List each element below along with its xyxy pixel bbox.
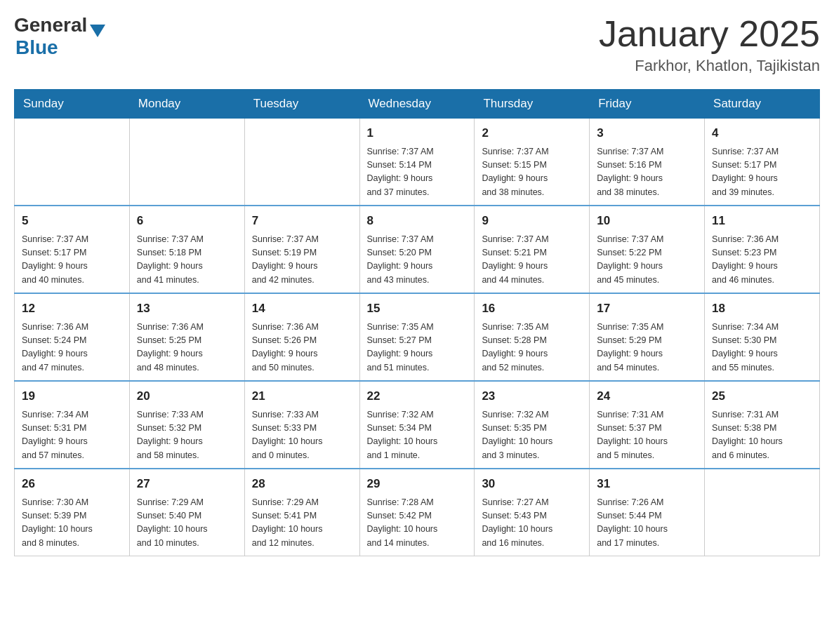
day-number: 5	[22, 212, 122, 230]
day-info: Sunrise: 7:34 AMSunset: 5:30 PMDaylight:…	[712, 321, 812, 375]
calendar-cell: 29Sunrise: 7:28 AMSunset: 5:42 PMDayligh…	[359, 469, 475, 556]
day-info: Sunrise: 7:36 AMSunset: 5:26 PMDaylight:…	[252, 321, 352, 375]
calendar-cell	[244, 119, 359, 206]
day-number: 2	[482, 124, 582, 142]
day-info: Sunrise: 7:35 AMSunset: 5:29 PMDaylight:…	[597, 321, 697, 375]
logo: General Blue	[14, 14, 105, 59]
day-info: Sunrise: 7:32 AMSunset: 5:35 PMDaylight:…	[482, 408, 582, 463]
calendar-cell: 30Sunrise: 7:27 AMSunset: 5:43 PMDayligh…	[475, 469, 590, 556]
calendar-week-3: 12Sunrise: 7:36 AMSunset: 5:24 PMDayligh…	[15, 293, 820, 381]
day-info: Sunrise: 7:31 AMSunset: 5:37 PMDaylight:…	[597, 408, 697, 463]
day-info: Sunrise: 7:27 AMSunset: 5:43 PMDaylight:…	[482, 496, 582, 551]
calendar-title: January 2025	[599, 14, 820, 54]
day-number: 7	[252, 212, 352, 230]
day-number: 30	[482, 475, 582, 493]
calendar-cell: 23Sunrise: 7:32 AMSunset: 5:35 PMDayligh…	[475, 381, 590, 469]
calendar-cell: 17Sunrise: 7:35 AMSunset: 5:29 PMDayligh…	[590, 293, 705, 381]
day-info: Sunrise: 7:33 AMSunset: 5:33 PMDaylight:…	[252, 408, 352, 463]
day-number: 14	[252, 300, 352, 318]
day-number: 28	[252, 475, 352, 493]
col-header-monday: Monday	[129, 90, 244, 119]
day-number: 18	[712, 300, 812, 318]
calendar-week-2: 5Sunrise: 7:37 AMSunset: 5:17 PMDaylight…	[15, 206, 820, 293]
day-info: Sunrise: 7:35 AMSunset: 5:27 PMDaylight:…	[367, 321, 468, 375]
day-info: Sunrise: 7:31 AMSunset: 5:38 PMDaylight:…	[712, 408, 812, 463]
day-info: Sunrise: 7:37 AMSunset: 5:16 PMDaylight:…	[597, 145, 697, 200]
calendar-week-4: 19Sunrise: 7:34 AMSunset: 5:31 PMDayligh…	[15, 381, 820, 469]
col-header-wednesday: Wednesday	[359, 90, 475, 119]
day-number: 3	[597, 124, 697, 142]
calendar-week-1: 1Sunrise: 7:37 AMSunset: 5:14 PMDaylight…	[15, 119, 820, 206]
calendar-cell: 20Sunrise: 7:33 AMSunset: 5:32 PMDayligh…	[129, 381, 244, 469]
day-number: 21	[252, 387, 352, 405]
calendar-cell: 19Sunrise: 7:34 AMSunset: 5:31 PMDayligh…	[15, 381, 130, 469]
day-info: Sunrise: 7:37 AMSunset: 5:19 PMDaylight:…	[252, 233, 352, 288]
day-number: 12	[22, 300, 122, 318]
calendar-cell: 16Sunrise: 7:35 AMSunset: 5:28 PMDayligh…	[475, 293, 590, 381]
day-info: Sunrise: 7:37 AMSunset: 5:21 PMDaylight:…	[482, 233, 582, 288]
day-number: 24	[597, 387, 697, 405]
day-number: 31	[597, 475, 697, 493]
day-number: 27	[137, 475, 237, 493]
calendar-cell: 7Sunrise: 7:37 AMSunset: 5:19 PMDaylight…	[244, 206, 359, 293]
calendar-table: SundayMondayTuesdayWednesdayThursdayFrid…	[14, 89, 820, 556]
calendar-cell: 12Sunrise: 7:36 AMSunset: 5:24 PMDayligh…	[15, 293, 130, 381]
calendar-body: 1Sunrise: 7:37 AMSunset: 5:14 PMDaylight…	[15, 119, 820, 556]
calendar-cell: 21Sunrise: 7:33 AMSunset: 5:33 PMDayligh…	[244, 381, 359, 469]
day-number: 16	[482, 300, 582, 318]
day-info: Sunrise: 7:37 AMSunset: 5:18 PMDaylight:…	[137, 233, 237, 288]
calendar-cell: 14Sunrise: 7:36 AMSunset: 5:26 PMDayligh…	[244, 293, 359, 381]
day-info: Sunrise: 7:37 AMSunset: 5:22 PMDaylight:…	[597, 233, 697, 288]
col-header-friday: Friday	[590, 90, 705, 119]
calendar-cell	[705, 469, 820, 556]
title-section: January 2025 Farkhor, Khatlon, Tajikista…	[599, 14, 820, 75]
day-number: 1	[367, 124, 468, 142]
calendar-cell: 2Sunrise: 7:37 AMSunset: 5:15 PMDaylight…	[475, 119, 590, 206]
calendar-cell: 3Sunrise: 7:37 AMSunset: 5:16 PMDaylight…	[590, 119, 705, 206]
calendar-week-5: 26Sunrise: 7:30 AMSunset: 5:39 PMDayligh…	[15, 469, 820, 556]
logo-blue-text: Blue	[15, 36, 58, 58]
day-number: 15	[367, 300, 468, 318]
day-info: Sunrise: 7:35 AMSunset: 5:28 PMDaylight:…	[482, 321, 582, 375]
col-header-saturday: Saturday	[705, 90, 820, 119]
day-info: Sunrise: 7:28 AMSunset: 5:42 PMDaylight:…	[367, 496, 468, 551]
calendar-cell: 31Sunrise: 7:26 AMSunset: 5:44 PMDayligh…	[590, 469, 705, 556]
calendar-cell: 24Sunrise: 7:31 AMSunset: 5:37 PMDayligh…	[590, 381, 705, 469]
calendar-cell: 5Sunrise: 7:37 AMSunset: 5:17 PMDaylight…	[15, 206, 130, 293]
calendar-cell: 27Sunrise: 7:29 AMSunset: 5:40 PMDayligh…	[129, 469, 244, 556]
day-number: 22	[367, 387, 468, 405]
day-number: 8	[367, 212, 468, 230]
day-number: 25	[712, 387, 812, 405]
day-number: 26	[22, 475, 122, 493]
day-info: Sunrise: 7:29 AMSunset: 5:40 PMDaylight:…	[137, 496, 237, 551]
day-info: Sunrise: 7:37 AMSunset: 5:14 PMDaylight:…	[367, 145, 468, 200]
calendar-cell: 25Sunrise: 7:31 AMSunset: 5:38 PMDayligh…	[705, 381, 820, 469]
day-info: Sunrise: 7:33 AMSunset: 5:32 PMDaylight:…	[137, 408, 237, 463]
day-number: 17	[597, 300, 697, 318]
day-number: 19	[22, 387, 122, 405]
calendar-cell: 22Sunrise: 7:32 AMSunset: 5:34 PMDayligh…	[359, 381, 475, 469]
col-header-tuesday: Tuesday	[244, 90, 359, 119]
calendar-cell: 8Sunrise: 7:37 AMSunset: 5:20 PMDaylight…	[359, 206, 475, 293]
day-info: Sunrise: 7:36 AMSunset: 5:23 PMDaylight:…	[712, 233, 812, 288]
day-number: 23	[482, 387, 582, 405]
calendar-cell: 6Sunrise: 7:37 AMSunset: 5:18 PMDaylight…	[129, 206, 244, 293]
calendar-cell: 18Sunrise: 7:34 AMSunset: 5:30 PMDayligh…	[705, 293, 820, 381]
calendar-subtitle: Farkhor, Khatlon, Tajikistan	[599, 57, 820, 75]
col-header-thursday: Thursday	[475, 90, 590, 119]
day-number: 29	[367, 475, 468, 493]
day-info: Sunrise: 7:34 AMSunset: 5:31 PMDaylight:…	[22, 408, 122, 463]
day-number: 4	[712, 124, 812, 142]
day-number: 10	[597, 212, 697, 230]
day-number: 11	[712, 212, 812, 230]
day-number: 9	[482, 212, 582, 230]
calendar-cell: 15Sunrise: 7:35 AMSunset: 5:27 PMDayligh…	[359, 293, 475, 381]
day-info: Sunrise: 7:37 AMSunset: 5:15 PMDaylight:…	[482, 145, 582, 200]
day-info: Sunrise: 7:30 AMSunset: 5:39 PMDaylight:…	[22, 496, 122, 551]
page-header: General Blue January 2025 Farkhor, Khatl…	[14, 14, 820, 75]
day-info: Sunrise: 7:36 AMSunset: 5:24 PMDaylight:…	[22, 321, 122, 375]
calendar-cell	[129, 119, 244, 206]
calendar-header-row: SundayMondayTuesdayWednesdayThursdayFrid…	[15, 90, 820, 119]
calendar-cell: 9Sunrise: 7:37 AMSunset: 5:21 PMDaylight…	[475, 206, 590, 293]
calendar-cell: 28Sunrise: 7:29 AMSunset: 5:41 PMDayligh…	[244, 469, 359, 556]
